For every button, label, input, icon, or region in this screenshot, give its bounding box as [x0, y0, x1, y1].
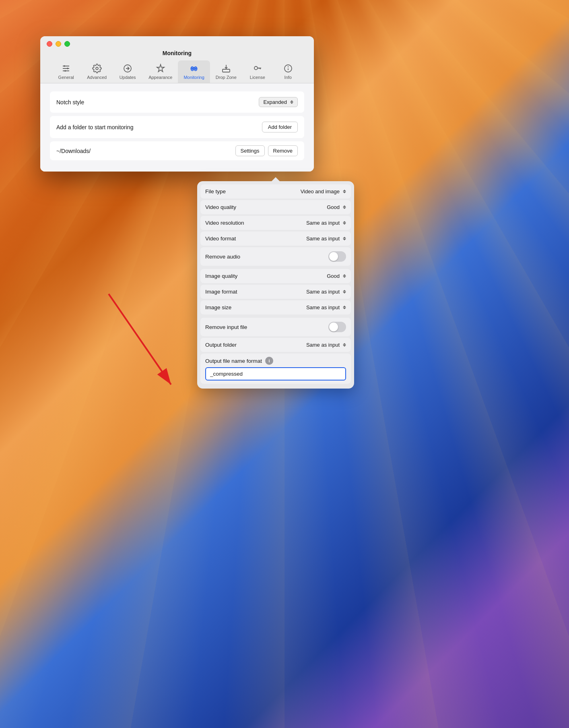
video-resolution-value: Same as input	[306, 220, 340, 226]
stepper-up-arrow	[290, 100, 293, 102]
sparkle-icon	[156, 64, 165, 73]
image-quality-value: Good	[327, 273, 340, 279]
tab-license-label: License	[250, 75, 265, 80]
video-format-row: Video format Same as input	[200, 232, 351, 246]
arrow-circle-icon	[123, 64, 132, 73]
folder-actions: Settings Remove	[235, 145, 298, 156]
stepper-down-arrow	[290, 102, 293, 104]
remove-button[interactable]: Remove	[268, 145, 298, 156]
notch-style-value: Expanded	[263, 99, 287, 105]
file-type-arrows	[343, 190, 346, 193]
image-quality-stepper[interactable]: Good	[327, 273, 346, 279]
svg-point-5	[64, 70, 66, 72]
minimize-button[interactable]	[56, 41, 61, 47]
image-quality-label: Image quality	[205, 273, 237, 279]
output-folder-label: Output folder	[205, 342, 237, 348]
remove-input-toggle[interactable]	[328, 322, 346, 332]
folder-path: ~/Downloads/	[56, 148, 91, 154]
video-format-stepper[interactable]: Same as input	[306, 236, 346, 242]
video-quality-label: Video quality	[205, 204, 236, 210]
remove-input-label: Remove input file	[205, 324, 247, 330]
output-name-info-icon[interactable]: i	[265, 357, 273, 365]
video-format-value: Same as input	[306, 236, 340, 242]
sliders-icon	[61, 64, 71, 73]
key-icon	[253, 64, 262, 73]
video-resolution-stepper[interactable]: Same as input	[306, 220, 346, 226]
tab-advanced-label: Advanced	[87, 75, 107, 80]
image-format-label: Image format	[205, 289, 237, 295]
output-folder-row: Output folder Same as input	[200, 338, 351, 352]
svg-point-6	[96, 67, 98, 70]
toolbar: General Advanced	[47, 60, 307, 83]
tab-dropzone[interactable]: Drop Zone	[210, 60, 242, 83]
stepper-arrows	[290, 100, 293, 104]
output-folder-stepper[interactable]: Same as input	[306, 342, 346, 348]
add-folder-label: Add a folder to start monitoring	[56, 124, 133, 130]
image-size-value: Same as input	[306, 304, 340, 310]
tab-general[interactable]: General	[51, 60, 81, 83]
tab-appearance-label: Appearance	[148, 75, 172, 80]
file-type-label: File type	[205, 188, 226, 194]
file-type-value: Video and image	[301, 188, 340, 194]
tab-monitoring[interactable]: Monitoring	[178, 60, 210, 83]
file-type-row: File type Video and image	[200, 184, 351, 199]
tab-monitoring-label: Monitoring	[183, 75, 204, 80]
tray-arrow-icon	[221, 64, 231, 73]
video-quality-value: Good	[327, 204, 340, 210]
output-name-label: Output file name format	[205, 358, 262, 364]
folder-row: ~/Downloads/ Settings Remove	[50, 141, 304, 160]
svg-point-4	[67, 68, 68, 69]
eyes-icon	[189, 64, 199, 73]
image-format-value: Same as input	[306, 289, 340, 295]
svg-point-3	[64, 65, 65, 67]
svg-rect-13	[223, 69, 230, 72]
tab-info-label: Info	[284, 75, 292, 80]
settings-button[interactable]: Settings	[235, 145, 265, 156]
image-size-row: Image size Same as input	[200, 300, 351, 314]
gear-badge-icon	[92, 64, 102, 73]
output-folder-value: Same as input	[306, 342, 340, 348]
image-size-stepper[interactable]: Same as input	[306, 304, 346, 310]
info-circle-icon	[283, 64, 293, 73]
tab-updates[interactable]: Updates	[112, 60, 143, 83]
notch-style-row: Notch style Expanded	[50, 91, 304, 113]
file-type-stepper[interactable]: Video and image	[301, 188, 346, 194]
tab-dropzone-label: Drop Zone	[216, 75, 237, 80]
tab-info[interactable]: Info	[273, 60, 303, 83]
window-content: Notch style Expanded Add a folder to sta…	[40, 83, 314, 172]
tab-general-label: General	[58, 75, 74, 80]
tab-advanced[interactable]: Advanced	[81, 60, 112, 83]
video-resolution-label: Video resolution	[205, 220, 244, 226]
output-name-row: Output file name format i	[200, 354, 351, 384]
remove-input-row: Remove input file	[200, 318, 351, 336]
svg-point-14	[254, 66, 258, 70]
tab-license[interactable]: License	[242, 60, 273, 83]
output-name-input[interactable]	[205, 367, 346, 381]
video-format-label: Video format	[205, 236, 236, 242]
remove-audio-toggle[interactable]	[328, 251, 346, 262]
video-resolution-row: Video resolution Same as input	[200, 216, 351, 230]
video-quality-stepper[interactable]: Good	[327, 204, 346, 210]
video-quality-row: Video quality Good	[200, 200, 351, 214]
maximize-button[interactable]	[64, 41, 70, 47]
notch-style-label: Notch style	[56, 99, 84, 105]
image-size-label: Image size	[205, 304, 231, 310]
title-bar: Monitoring General	[40, 36, 314, 83]
red-arrow	[97, 286, 185, 400]
main-window: Monitoring General	[40, 36, 314, 172]
settings-popover: File type Video and image Video quality …	[197, 181, 354, 389]
add-folder-row: Add a folder to start monitoring Add fol…	[50, 116, 304, 138]
svg-point-11	[192, 68, 193, 70]
output-name-label-row: Output file name format i	[205, 357, 346, 365]
remove-audio-row: Remove audio	[200, 247, 351, 266]
tab-appearance[interactable]: Appearance	[143, 60, 178, 83]
add-folder-button[interactable]: Add folder	[262, 122, 298, 132]
svg-line-22	[109, 294, 171, 385]
image-format-stepper[interactable]: Same as input	[306, 289, 346, 295]
image-format-row: Image format Same as input	[200, 285, 351, 299]
traffic-lights	[47, 41, 70, 47]
close-button[interactable]	[47, 41, 52, 47]
window-title: Monitoring	[163, 50, 192, 56]
notch-style-stepper[interactable]: Expanded	[259, 97, 298, 107]
tab-updates-label: Updates	[120, 75, 136, 80]
